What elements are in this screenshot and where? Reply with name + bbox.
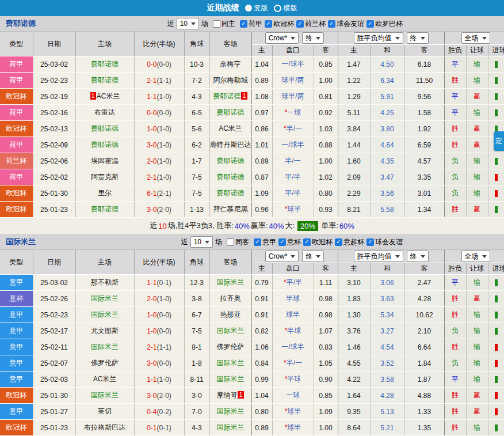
- league-filter-label: 荷甲: [249, 19, 262, 29]
- checkbox-checked-icon[interactable]: ✓: [328, 20, 335, 28]
- final-odds-select[interactable]: 终: [302, 251, 324, 262]
- wdl-metric-select[interactable]: 胜平负均值: [354, 32, 403, 44]
- team-link[interactable]: 费耶诺德: [217, 189, 245, 197]
- league-filter[interactable]: ✓意甲: [254, 237, 276, 247]
- team-link[interactable]: 费耶诺德: [91, 60, 119, 68]
- team-link[interactable]: 埃因霍温: [91, 157, 119, 165]
- league-filter[interactable]: ✓荷兰杯: [296, 19, 326, 29]
- team-link[interactable]: 尤文图斯: [91, 327, 119, 335]
- team-link[interactable]: 奈梅亨: [220, 60, 241, 68]
- team-link[interactable]: AC米兰: [97, 92, 120, 100]
- checkbox-checked-icon[interactable]: ✓: [296, 20, 304, 28]
- scope-select[interactable]: 全场: [461, 251, 490, 262]
- team-link[interactable]: 费耶诺德: [91, 141, 119, 149]
- match-count-select[interactable]: 10: [190, 236, 213, 248]
- team-link[interactable]: 费耶诺德: [91, 76, 119, 84]
- away-team-cell: 奈梅亨: [209, 56, 251, 73]
- match-row: 欧冠杯25-01-23布拉格斯巴达0-1(0-1)4-3国际米兰0.89*球半1…: [0, 420, 504, 436]
- team-link[interactable]: 佛罗伦萨: [217, 343, 245, 351]
- team-link[interactable]: 布拉格斯巴达: [84, 423, 125, 431]
- team-link[interactable]: 阿尔梅勒城: [213, 76, 248, 84]
- checkbox-checked-icon[interactable]: ✓: [254, 238, 261, 246]
- checkbox-checked-icon[interactable]: ✓: [240, 20, 247, 28]
- team-link[interactable]: 那不勒斯: [91, 278, 119, 286]
- match-count-select[interactable]: 10: [177, 18, 199, 29]
- league-filter[interactable]: ✓荷甲: [240, 19, 262, 29]
- odds-company-select[interactable]: Crow*: [265, 32, 299, 44]
- half-time-score: (0-1): [157, 279, 171, 287]
- team-name[interactable]: 费耶诺德: [6, 18, 36, 29]
- team-link[interactable]: 国际米兰: [217, 407, 245, 415]
- summary-text: 单率:: [321, 221, 338, 231]
- checkbox-checked-icon[interactable]: ✓: [303, 238, 311, 246]
- team-link[interactable]: 费耶诺德: [217, 173, 245, 181]
- handicap-result: 输: [466, 307, 488, 323]
- checkbox-checked-icon[interactable]: ✓: [366, 20, 374, 28]
- team-link[interactable]: 费耶诺德: [213, 92, 240, 100]
- team-link[interactable]: AC米兰: [219, 124, 242, 132]
- team-link[interactable]: 国际米兰: [217, 375, 245, 383]
- league-filter[interactable]: ✓球会友谊: [366, 237, 403, 247]
- draw-odds: 3.58: [370, 371, 404, 388]
- team-link[interactable]: 拉齐奥: [220, 294, 241, 302]
- checkbox-checked-icon[interactable]: ✓: [278, 238, 286, 246]
- team-link[interactable]: 国际米兰: [217, 278, 245, 286]
- team-link[interactable]: 国际米兰: [217, 327, 245, 335]
- team-link[interactable]: 国际米兰: [91, 343, 119, 351]
- league-filter[interactable]: ✓欧冠杯: [303, 237, 333, 247]
- checkbox-checked-icon[interactable]: ✓: [335, 238, 342, 246]
- checkbox-checked-icon[interactable]: ✓: [366, 238, 374, 246]
- final-odds-select[interactable]: 终: [302, 32, 324, 44]
- league-filter[interactable]: ✓意杯: [278, 237, 301, 247]
- league-filter[interactable]: ✓意超杯: [335, 237, 364, 247]
- team-link[interactable]: 国际米兰: [217, 359, 245, 367]
- team-link[interactable]: 拜仁慕尼黑: [213, 205, 248, 213]
- radio-unselected-icon[interactable]: [274, 5, 281, 12]
- handicap-text: 球半: [287, 407, 301, 415]
- final-odds-select[interactable]: 终: [407, 32, 429, 44]
- team-link[interactable]: 国际米兰: [91, 294, 119, 302]
- team-link[interactable]: AC米兰: [93, 375, 117, 383]
- view-option-vertical[interactable]: 竖版: [245, 3, 268, 13]
- team-link[interactable]: 费耶诺德: [217, 157, 245, 165]
- same-venue-filter[interactable]: 同主: [213, 19, 235, 29]
- team-link[interactable]: 里尔: [98, 189, 112, 197]
- section-header-inter: 国际米兰 近 10 场 同客 ✓意甲✓意杯✓欧冠杯✓意超杯✓球会友谊: [0, 234, 504, 250]
- odds-company-select[interactable]: Crow*: [265, 251, 299, 262]
- side-tab-button[interactable]: 定: [494, 131, 504, 151]
- checkbox-checked-icon[interactable]: ✓: [265, 20, 272, 28]
- team-link[interactable]: 布雷达: [94, 108, 115, 116]
- corners-cell: 1-7: [184, 153, 209, 169]
- wdl-result: 胜: [444, 404, 466, 420]
- league-type-badge: 意甲: [0, 371, 33, 388]
- team-link[interactable]: 摩纳哥: [216, 391, 237, 399]
- wdl-metric-select[interactable]: 胜平负均值: [354, 251, 403, 262]
- win-odds: 8.64: [338, 420, 370, 436]
- team-link[interactable]: 佛罗伦萨: [91, 359, 119, 367]
- handicap-line: 平/半: [272, 169, 314, 185]
- same-venue-filter[interactable]: 同客: [227, 237, 249, 247]
- final-odds-select[interactable]: 终: [407, 251, 429, 262]
- team-link[interactable]: 莱切: [98, 407, 112, 415]
- col-header-corners: 角球: [184, 32, 209, 56]
- handicap-line: *球半: [272, 202, 314, 218]
- team-link[interactable]: 费耶诺德: [91, 205, 119, 213]
- team-link[interactable]: 国际米兰: [91, 310, 119, 319]
- team-link[interactable]: 国际米兰: [91, 391, 119, 399]
- team-link[interactable]: 阿贾克斯: [91, 173, 119, 181]
- checkbox-unchecked-icon[interactable]: [227, 238, 234, 246]
- radio-selected-icon[interactable]: [245, 5, 252, 12]
- goals-result-clipped: [488, 404, 504, 420]
- team-link[interactable]: 费耶诺德: [91, 124, 119, 132]
- checkbox-unchecked-icon[interactable]: [213, 20, 220, 28]
- scope-select[interactable]: 全场: [461, 32, 490, 44]
- team-link[interactable]: 热那亚: [220, 310, 241, 319]
- team-name[interactable]: 国际米兰: [6, 237, 36, 247]
- league-filter[interactable]: ✓欧冠杯: [265, 19, 294, 29]
- team-link[interactable]: 鹿特丹斯巴达: [210, 141, 251, 149]
- team-link[interactable]: 费耶诺德: [217, 108, 245, 116]
- league-filter[interactable]: ✓球会友谊: [328, 19, 364, 29]
- team-link[interactable]: 国际米兰: [217, 423, 245, 431]
- league-filter[interactable]: ✓欧罗巴杯: [366, 19, 403, 29]
- view-option-horizontal[interactable]: 横版: [274, 3, 297, 13]
